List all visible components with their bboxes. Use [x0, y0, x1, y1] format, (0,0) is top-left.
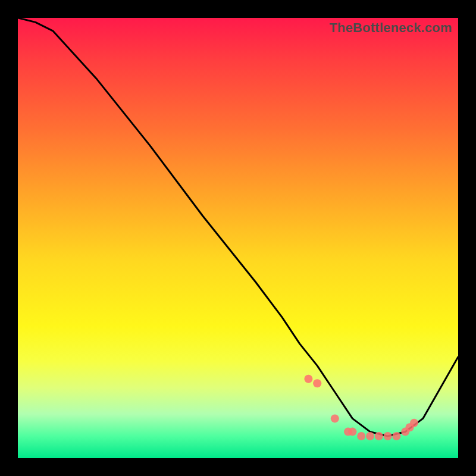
marker-point: [348, 428, 356, 436]
bottleneck-curve-path: [18, 18, 458, 436]
chart-svg: [18, 18, 458, 458]
marker-group: [304, 375, 418, 440]
plot-area: TheBottleneck.com: [18, 18, 458, 458]
marker-point: [357, 432, 365, 440]
marker-point: [384, 432, 392, 440]
chart-container: TheBottleneck.com: [0, 0, 476, 476]
marker-point: [331, 414, 339, 422]
marker-point: [304, 375, 312, 383]
marker-point: [392, 432, 400, 440]
marker-point: [375, 432, 383, 440]
marker-point: [313, 379, 321, 387]
marker-point: [410, 419, 418, 427]
marker-point: [366, 432, 374, 440]
